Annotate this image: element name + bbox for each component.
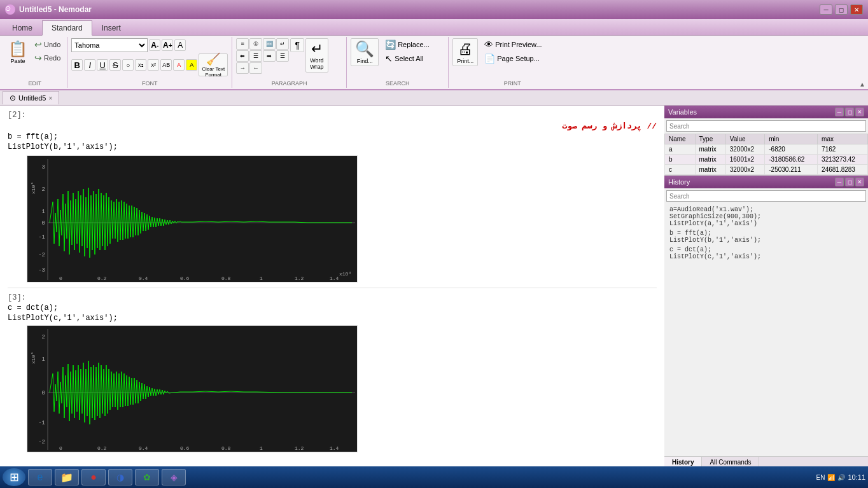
var-row-b[interactable]: b matrix 16001x2 -3180586.62 3213273.42 xyxy=(665,155,868,165)
list-indent-button[interactable]: ↵ xyxy=(276,38,289,50)
font-selector[interactable]: Tahoma xyxy=(71,38,148,52)
clear-text-format-button[interactable]: 🧹 Clear TextFormat xyxy=(199,53,228,76)
svg-text:0.6: 0.6 xyxy=(180,445,190,451)
align-justify-button[interactable]: ☰ xyxy=(276,50,289,62)
superscript-button[interactable]: x² xyxy=(148,59,159,71)
var-a-type: matrix xyxy=(695,144,725,155)
align-right-button[interactable]: ➡ xyxy=(263,50,276,62)
paste-button[interactable]: 📋 Paste xyxy=(6,38,29,66)
doc-tab-untitled5[interactable]: ⊙ Untitled5 × xyxy=(3,91,59,104)
arrow-left-btn[interactable]: ← xyxy=(249,62,262,74)
history-entry-2[interactable]: c = dct(a); ListPlotY(c,'1','axis'); xyxy=(669,246,863,260)
variables-panel-minimize[interactable]: ─ xyxy=(835,108,844,116)
var-b-value: 16001x2 xyxy=(725,155,765,165)
edit-group-label: EDIT xyxy=(3,80,67,87)
align-center-button[interactable]: ☰ xyxy=(249,50,262,62)
var-row-c[interactable]: c matrix 32000x2 -25030.211 24681.8283 xyxy=(665,165,868,175)
arrow-right-btn[interactable]: → xyxy=(236,62,249,74)
svg-text:1: 1 xyxy=(260,275,263,281)
doc-tab-title: Untitled5 xyxy=(18,94,46,102)
tab-insert[interactable]: Insert xyxy=(92,20,130,35)
var-a-min: -6820 xyxy=(765,144,818,155)
history-panel-minimize[interactable]: ─ xyxy=(835,178,844,186)
show-formatting-button[interactable]: ¶ xyxy=(290,38,304,52)
cell-3: [3]: c = dct(a); ListPlotY(c,'1','axis')… xyxy=(8,293,657,323)
variables-panel-restore[interactable]: ◻ xyxy=(845,108,854,116)
font-color-button[interactable]: A xyxy=(173,59,185,71)
cell-3-label: [3]: xyxy=(8,293,657,302)
bold-button[interactable]: B xyxy=(71,59,83,71)
network-icon: 📶 xyxy=(827,474,835,481)
editor[interactable]: [2]: // پردازش و رسم صوت b = fft(a); Lis… xyxy=(0,106,664,468)
app2-icon: ◑ xyxy=(114,471,127,484)
variables-search-input[interactable] xyxy=(666,120,866,132)
font-size-decrease[interactable]: A- xyxy=(149,39,160,51)
taskbar-app3[interactable]: ✿ xyxy=(135,469,159,485)
font-size-increase[interactable]: A+ xyxy=(162,39,173,51)
svg-text:-3: -3 xyxy=(38,267,45,274)
history-entry-1[interactable]: b = fft(a); ListPlotY(b,'1','axis'); xyxy=(669,230,863,244)
history-panel-title: History xyxy=(668,178,690,186)
taskbar-right: EN 📶 🔊 10:11 xyxy=(816,473,865,481)
tab-standard[interactable]: Standard xyxy=(42,20,92,36)
list-bullet-button[interactable]: ≡ xyxy=(236,38,249,50)
replace-button[interactable]: 🔄 Replace... xyxy=(382,38,432,51)
list-alpha-button[interactable]: 🔤 xyxy=(263,38,276,50)
find-button[interactable]: 🔍 Find... xyxy=(351,38,379,66)
svg-text:1.2: 1.2 xyxy=(295,445,304,451)
taskbar-app4[interactable]: ◈ xyxy=(162,469,186,485)
variables-panel-close[interactable]: ✕ xyxy=(855,108,864,116)
page-setup-button[interactable]: 📄 Page Setup... xyxy=(482,52,544,65)
cell-3-code-1: ListPlotY(c,'1','axis'); xyxy=(8,314,657,323)
redo-button[interactable]: ↪ Redo xyxy=(32,52,63,64)
history-panel-close[interactable]: ✕ xyxy=(855,178,864,186)
align-left-button[interactable]: ⬅ xyxy=(236,50,249,62)
group-search: 🔍 Find... 🔄 Replace... ↖ Select All SEAR… xyxy=(347,37,449,88)
print-group-label: PRINT xyxy=(449,80,576,87)
circle-button[interactable]: ○ xyxy=(122,59,134,71)
strikethrough-button[interactable]: S xyxy=(109,59,121,71)
word-wrap-label: WordWrap xyxy=(310,57,323,70)
cell-separator-1 xyxy=(8,288,657,288)
svg-text:-2: -2 xyxy=(38,252,45,258)
variables-table: Name Type Value min max a matrix 32000x2… xyxy=(664,134,868,175)
restore-button[interactable]: ◻ xyxy=(835,4,848,15)
cell-3-code-0: c = dct(a); xyxy=(8,303,657,312)
close-button[interactable]: ✕ xyxy=(850,4,863,15)
print-button[interactable]: 🖨 Print... xyxy=(452,38,478,66)
taskbar: ⊞ e 📁 ● ◑ ✿ ◈ EN 📶 🔊 10:11 xyxy=(0,466,868,488)
taskbar-folder[interactable]: 📁 xyxy=(55,469,79,485)
ab-button[interactable]: AB xyxy=(160,59,172,71)
taskbar-app2[interactable]: ◑ xyxy=(108,469,132,485)
list-number-button[interactable]: ① xyxy=(249,38,262,50)
ribbon: 📋 Paste ↩ Undo ↪ Redo EDIT Tahoma xyxy=(0,36,868,90)
ribbon-collapse-button[interactable]: ▲ xyxy=(859,81,865,88)
col-min: min xyxy=(765,134,818,144)
font-size-reset[interactable]: A xyxy=(174,39,186,51)
var-row-a[interactable]: a matrix 32000x2 -6820 7162 xyxy=(665,144,868,155)
select-all-button[interactable]: ↖ Select All xyxy=(382,52,432,65)
italic-button[interactable]: I xyxy=(84,59,95,71)
taskbar-ie[interactable]: e xyxy=(28,469,52,485)
history-entry-0[interactable]: a=AudioRead('x1.wav'); SetGraphicSize(90… xyxy=(669,206,863,227)
word-wrap-button[interactable]: ↵ WordWrap xyxy=(305,38,328,73)
highlight-button[interactable]: A xyxy=(186,59,197,71)
subscript-button[interactable]: x₂ xyxy=(135,59,146,71)
print-label: Print... xyxy=(457,58,473,64)
history-panel-restore[interactable]: ◻ xyxy=(845,178,854,186)
variables-panel-header: Variables ─ ◻ ✕ xyxy=(664,106,868,118)
print-preview-button[interactable]: 👁 Print Preview... xyxy=(482,38,544,51)
underline-button[interactable]: U xyxy=(97,59,108,71)
svg-text:0.4: 0.4 xyxy=(139,445,148,451)
undo-button[interactable]: ↩ Undo xyxy=(32,38,63,51)
plot-2-svg: 2 1 0 -1 -2 0 0.2 0.4 0.6 0.8 1 1.2 1.4 … xyxy=(27,326,358,452)
svg-text:2: 2 xyxy=(42,186,45,193)
tab-home[interactable]: Home xyxy=(3,20,42,35)
taskbar-app1[interactable]: ● xyxy=(81,469,106,485)
history-search-input[interactable] xyxy=(666,190,866,202)
start-button[interactable]: ⊞ xyxy=(3,468,25,486)
replace-label: Replace... xyxy=(398,41,430,48)
minimize-button[interactable]: ─ xyxy=(820,4,832,15)
svg-text:0.4: 0.4 xyxy=(139,275,148,281)
doc-tab-close[interactable]: × xyxy=(48,95,52,102)
